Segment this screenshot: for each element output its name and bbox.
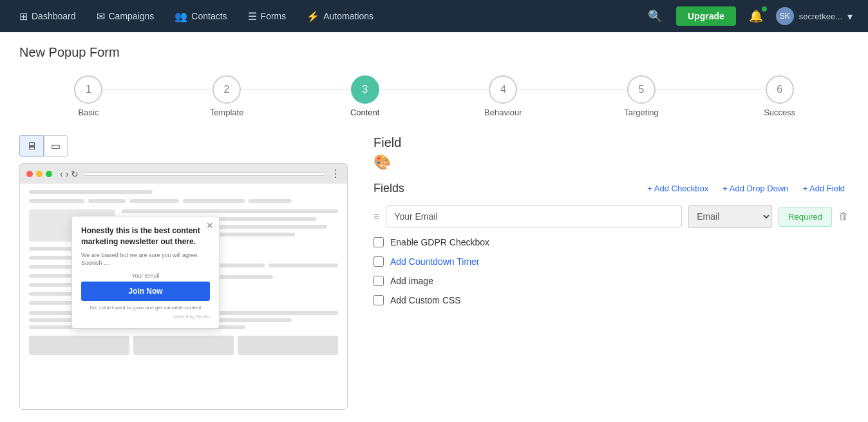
maximize-dot <box>46 171 52 177</box>
user-menu[interactable]: SK secretkee... ▾ <box>771 5 858 28</box>
css-checkbox[interactable] <box>373 295 384 305</box>
nav-forms-label: Forms <box>261 11 287 21</box>
step-basic-circle: 1 <box>74 75 102 104</box>
add-checkbox-button[interactable]: + Add Checkbox <box>643 181 712 196</box>
nav-forms[interactable]: ☰ Forms <box>239 6 296 26</box>
step-success-circle: 6 <box>766 75 794 104</box>
automations-icon: ⚡ <box>307 10 319 23</box>
back-icon[interactable]: ‹ <box>60 169 63 179</box>
gdpr-checkbox[interactable] <box>373 237 384 247</box>
countdown-checkbox-label: Add Countdown Timer <box>390 256 480 267</box>
popup-subtitle: We are biased but we are sure you will a… <box>81 251 210 267</box>
popup-join-button[interactable]: Join Now <box>81 282 210 301</box>
popup-branding: Made ♥ by Sendin <box>81 314 210 319</box>
countdown-checkbox[interactable] <box>373 256 384 267</box>
forward-icon[interactable]: › <box>66 169 69 179</box>
step-targeting-label: Targeting <box>624 108 658 117</box>
step-basic[interactable]: 1 Basic <box>19 75 158 117</box>
nav-automations[interactable]: ⚡ Automations <box>297 6 382 26</box>
fields-section: Fields + Add Checkbox + Add Drop Down + … <box>373 181 849 305</box>
upgrade-button[interactable]: Upgrade <box>676 6 736 26</box>
minimize-dot <box>36 171 42 177</box>
nav-automations-label: Automations <box>323 11 373 21</box>
step-targeting-circle: 5 <box>627 75 656 104</box>
nav-dashboard-label: Dashboard <box>32 11 76 21</box>
mobile-view-button[interactable]: ▭ <box>44 135 68 157</box>
image-checkbox[interactable] <box>373 276 384 286</box>
browser-menu-icon[interactable]: ⋮ <box>330 168 341 180</box>
fields-title: Fields <box>373 182 404 195</box>
fields-actions: + Add Checkbox + Add Drop Down + Add Fie… <box>643 181 849 196</box>
field-section-label: Field <box>373 135 849 150</box>
field-row: ≡ Email Text Number Phone Required 🗑 <box>373 205 849 228</box>
chevron-down-icon: ▾ <box>847 10 853 23</box>
steps-bar: 1 Basic 2 Template 3 Content 4 Behaviour… <box>19 75 849 117</box>
field-section: Field 🎨 <box>373 135 849 171</box>
countdown-checkbox-row: Add Countdown Timer <box>373 256 849 267</box>
nav-contacts[interactable]: 👥 Contacts <box>165 6 236 26</box>
add-dropdown-button[interactable]: + Add Drop Down <box>719 181 792 196</box>
gdpr-checkbox-row: Enable GDPR Checkbox <box>373 237 849 247</box>
step-content-label: Content <box>350 108 380 117</box>
search-button[interactable]: 🔍 <box>641 5 668 27</box>
browser-dots <box>26 171 52 177</box>
step-template-label: Template <box>210 108 244 117</box>
step-content-circle: 3 <box>351 75 379 104</box>
css-checkbox-label: Add Custom CSS <box>390 295 461 305</box>
browser-preview: ‹ › ↻ ⋮ <box>19 163 348 410</box>
step-template[interactable]: 2 Template <box>158 75 296 117</box>
content-area: 🖥 ▭ ‹ › ↻ ⋮ <box>19 135 849 410</box>
preview-column: 🖥 ▭ ‹ › ↻ ⋮ <box>19 135 354 410</box>
delete-field-button[interactable]: 🗑 <box>838 211 849 222</box>
css-checkbox-row: Add Custom CSS <box>373 295 849 305</box>
step-behaviour[interactable]: 4 Behaviour <box>434 75 572 117</box>
step-behaviour-label: Behaviour <box>484 108 522 117</box>
fields-header: Fields + Add Checkbox + Add Drop Down + … <box>373 181 849 196</box>
step-content[interactable]: 3 Content <box>296 75 434 117</box>
campaigns-icon: ✉ <box>97 10 105 23</box>
nav-campaigns[interactable]: ✉ Campaigns <box>88 6 164 26</box>
notifications-button[interactable]: 🔔 <box>744 5 768 27</box>
image-checkbox-label: Add image <box>390 276 433 286</box>
refresh-icon[interactable]: ↻ <box>71 169 79 179</box>
field-type-select[interactable]: Email Text Number Phone <box>688 205 772 228</box>
avatar: SK <box>776 7 794 25</box>
step-success-label: Success <box>764 108 795 117</box>
popup-close-icon[interactable]: ✕ <box>206 220 214 231</box>
forms-icon: ☰ <box>248 10 257 23</box>
field-name-input[interactable] <box>386 206 682 227</box>
user-name: secretkee... <box>799 12 842 21</box>
palette-icon: 🎨 <box>373 154 849 171</box>
dashboard-icon: ⊞ <box>19 10 28 23</box>
page-preview-content: ✕ Honestly this is the best content mark… <box>20 184 347 409</box>
step-behaviour-circle: 4 <box>489 75 517 104</box>
page-title: New Popup Form <box>19 45 849 60</box>
step-template-circle: 2 <box>212 75 241 104</box>
settings-panel: Field 🎨 Fields + Add Checkbox + Add Drop… <box>373 135 849 410</box>
nav-dashboard[interactable]: ⊞ Dashboard <box>10 6 85 26</box>
popup-modal: ✕ Honestly this is the best content mark… <box>71 216 220 329</box>
notification-badge <box>762 6 767 12</box>
main-content: New Popup Form 1 Basic 2 Template 3 Cont… <box>0 32 868 422</box>
popup-email-label: Your Email <box>81 273 210 279</box>
drag-handle-icon[interactable]: ≡ <box>373 211 379 222</box>
top-navigation: ⊞ Dashboard ✉ Campaigns 👥 Contacts ☰ For… <box>0 0 868 32</box>
nav-contacts-label: Contacts <box>191 11 227 21</box>
close-dot <box>26 171 33 177</box>
url-bar[interactable] <box>84 172 325 176</box>
image-checkbox-row: Add image <box>373 276 849 286</box>
step-success[interactable]: 6 Success <box>710 75 849 117</box>
gdpr-checkbox-label: Enable GDPR Checkbox <box>390 237 489 247</box>
add-field-button[interactable]: + Add Field <box>799 181 849 196</box>
contacts-icon: 👥 <box>175 10 187 23</box>
nav-campaigns-label: Campaigns <box>109 11 155 21</box>
view-toggle: 🖥 ▭ <box>19 135 354 157</box>
popup-title: Honestly this is the best content market… <box>81 225 210 247</box>
step-targeting[interactable]: 5 Targeting <box>572 75 711 117</box>
popup-decline-text: No, I don't want to grow and get valuabl… <box>81 305 210 311</box>
desktop-view-button[interactable]: 🖥 <box>19 135 44 157</box>
browser-navigation: ‹ › ↻ <box>60 169 79 179</box>
step-basic-label: Basic <box>78 108 99 117</box>
required-button[interactable]: Required <box>778 207 832 227</box>
browser-toolbar: ‹ › ↻ ⋮ <box>20 164 347 184</box>
